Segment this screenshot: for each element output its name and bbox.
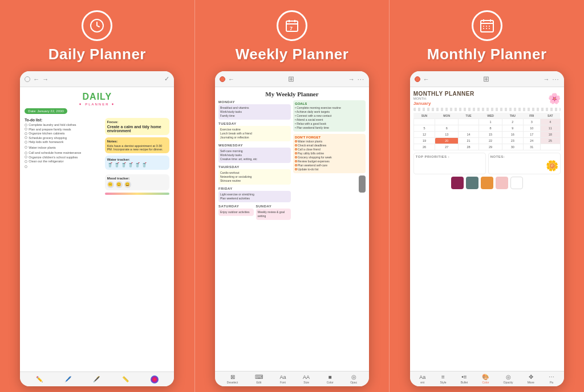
monthly-panel: Monthly Planner ← ⊞ → ··· MONTHLY PLANNE… xyxy=(390,0,584,392)
water-icons: 🥤 🥤 🥤 🥤 🥤 🥤 xyxy=(107,162,168,168)
move-tool[interactable]: ✥Move xyxy=(528,374,534,384)
daily-left-col: To-do list: Complete laundry and fold cl… xyxy=(25,118,102,195)
water-tracker-box: Water tracker: 🥤 🥤 🥤 🥤 🥤 🥤 xyxy=(105,156,170,170)
wednesday-block: WEDNESDAY Self-care morningWork/study ta… xyxy=(218,144,291,163)
water-label: Water tracker: xyxy=(107,158,168,161)
size-tool[interactable]: AASize xyxy=(303,374,310,384)
style-tool[interactable]: ≡Style xyxy=(440,374,446,384)
swatch-orange[interactable] xyxy=(481,177,493,189)
priorities-notes-row: TOP PRIORITIES : NOTES: 🌼 xyxy=(413,153,561,174)
swatch-white[interactable] xyxy=(510,177,523,189)
monthly-toolbar: ← ⊞ → ··· xyxy=(410,71,564,87)
monthly-back[interactable]: ← xyxy=(423,76,429,83)
weekly-grid: MONDAY Breakfast and vitaminsWork/study … xyxy=(218,100,366,222)
weekly-content-area: My Weekly Planner MONDAY Breakfast and v… xyxy=(215,87,369,371)
main-container: Daily Planner ← → ✓ DAILY ✦ PLANNER ✦ Da… xyxy=(0,0,584,392)
spiral-decoration xyxy=(413,108,561,111)
more-m-tool[interactable]: ⋯Pa xyxy=(549,374,554,384)
todo-item-3: Organize kitchen cabinets xyxy=(25,132,102,135)
bullet-tool[interactable]: •≡Bullet xyxy=(461,374,468,384)
scroll-indicator[interactable] xyxy=(359,175,366,193)
daily-header: DAILY ✦ PLANNER ✦ xyxy=(25,92,169,106)
daily-bottom-tools: ✏️ 🖊️ 🖋️ 📏 xyxy=(20,371,174,386)
monthly-forward[interactable]: → xyxy=(543,76,549,83)
opacity-tool[interactable]: ◎Opac xyxy=(350,374,357,384)
monthly-dots[interactable]: ··· xyxy=(552,76,559,83)
grid-icon[interactable]: ⊞ xyxy=(288,75,294,83)
thursday-block: THURSDAY Cardio workoutNetworking or soc… xyxy=(218,165,291,185)
mood-face-3: 😄 xyxy=(124,181,131,188)
opacity-m-tool[interactable]: ◎Opacity xyxy=(504,374,513,384)
weekend-row: SATURDAY Enjoy outdoor activities SUNDAY… xyxy=(218,205,291,222)
mood-face-2: 😊 xyxy=(116,181,123,188)
dont-forget-block: DON'T FORGET Water indoor plants Check e… xyxy=(293,134,366,173)
focus-text: Create a calm and tidy home environment xyxy=(107,125,168,133)
daily-phone-frame: ← → ✓ DAILY ✦ PLANNER ✦ Date: January 22… xyxy=(20,71,174,386)
goals-label: GOALS xyxy=(295,102,364,105)
color-w-tool[interactable]: ■Color xyxy=(327,374,334,384)
water-icon-4: 🥤 xyxy=(128,162,133,168)
weekly-back[interactable]: ← xyxy=(228,76,234,83)
monthly-grid[interactable]: ⊞ xyxy=(483,75,489,83)
daily-panel-title: Daily Planner xyxy=(48,46,146,63)
mood-tracker-box: Mood tracker: 😐 😊 😄 xyxy=(105,174,170,190)
todo-item-2: Plan and prepare family meals xyxy=(25,128,102,131)
todo-item-4: Schedule grocery shopping xyxy=(25,136,102,140)
weekly-days-col: MONDAY Breakfast and vitaminsWork/study … xyxy=(218,100,291,222)
month-name: January xyxy=(413,101,474,106)
saturday-block: SATURDAY Enjoy outdoor activities xyxy=(218,205,254,220)
monthly-header: MONTHLY PLANNER MONTH: January 🌸 xyxy=(413,91,561,106)
swatch-burgundy[interactable] xyxy=(451,177,464,189)
font-m-tool[interactable]: Aaent xyxy=(419,374,425,384)
monthly-panel-title: Monthly Planner xyxy=(427,46,547,63)
pen-tool-2[interactable]: 🖊️ xyxy=(64,376,71,382)
back-arrow[interactable]: ← xyxy=(33,76,39,83)
close-button[interactable] xyxy=(25,76,30,82)
weekly-panel: 7 Weekly Planner ← ⊞ → ··· My Weekly Pla… xyxy=(194,0,390,392)
weekly-panel-title: Weekly Planner xyxy=(236,46,349,63)
color-swatches xyxy=(413,177,561,189)
water-icon-3: 🥤 xyxy=(121,162,127,168)
friday-block: FRIDAY Light exercise or stretchingPlan … xyxy=(218,187,291,202)
deselect-tool[interactable]: ⊠Deselect xyxy=(227,374,238,384)
pen-tool-3[interactable]: 🖋️ xyxy=(93,376,100,382)
forward-arrow[interactable]: → xyxy=(42,76,48,83)
edit-tool[interactable]: ⌨Edit xyxy=(255,374,263,384)
notes-decoration: 🌼 xyxy=(546,160,558,172)
weekly-bottom-tools: ⊠Deselect ⌨Edit AaFont AASize ■Color ◎Op… xyxy=(215,371,369,386)
color-tool[interactable] xyxy=(151,375,159,383)
floral-decoration: 🌸 xyxy=(548,92,561,105)
todo-item-9: Clean out the refrigerator xyxy=(25,160,102,163)
priorities-box: TOP PRIORITIES : xyxy=(413,153,486,174)
swatch-pink[interactable] xyxy=(496,177,508,189)
water-icon-1: 🥤 xyxy=(107,162,113,168)
notes-label: Notes: xyxy=(107,140,168,143)
color-bar xyxy=(105,193,170,195)
daily-right-col: Focus: Create a calm and tidy home envir… xyxy=(105,118,170,195)
notes-right-label: NOTES: xyxy=(490,155,558,158)
todo-item-6: Water indoor plants xyxy=(25,146,102,149)
water-icon-5: 🥤 xyxy=(135,162,140,168)
swatch-teal[interactable] xyxy=(466,177,478,189)
pen-tool-1[interactable]: ✏️ xyxy=(36,376,43,382)
weekly-forward[interactable]: → xyxy=(348,76,355,83)
todo-item-5: Help kids with homework xyxy=(25,140,102,144)
water-icon-2: 🥤 xyxy=(114,162,120,168)
notes-right-box: NOTES: 🌼 xyxy=(488,153,561,174)
font-tool[interactable]: AaFont xyxy=(279,374,286,384)
monthly-close[interactable] xyxy=(415,76,420,82)
monday-block: MONDAY Breakfast and vitaminsWork/study … xyxy=(218,100,291,120)
close-x-button[interactable] xyxy=(220,76,225,82)
svg-text:7: 7 xyxy=(290,26,293,31)
daily-toolbar: ← → ✓ xyxy=(20,71,174,87)
ruler-tool[interactable]: 📏 xyxy=(122,376,129,382)
more-dots[interactable]: ··· xyxy=(358,76,364,83)
check-icon[interactable]: ✓ xyxy=(164,75,169,83)
daily-subtitle: ✦ PLANNER ✦ xyxy=(25,102,169,106)
monthly-phone-frame: ← ⊞ → ··· MONTHLY PLANNER MONTH: January… xyxy=(410,71,564,386)
focus-box: Focus: Create a calm and tidy home envir… xyxy=(105,118,170,135)
weekly-icon-circle: 7 xyxy=(277,10,307,41)
daily-icon-circle xyxy=(82,10,112,41)
color-m-tool[interactable]: 🎨Color xyxy=(482,374,489,384)
monthly-bottom-tools: Aaent ≡Style •≡Bullet 🎨Color ◎Opacity ✥M… xyxy=(410,371,564,386)
